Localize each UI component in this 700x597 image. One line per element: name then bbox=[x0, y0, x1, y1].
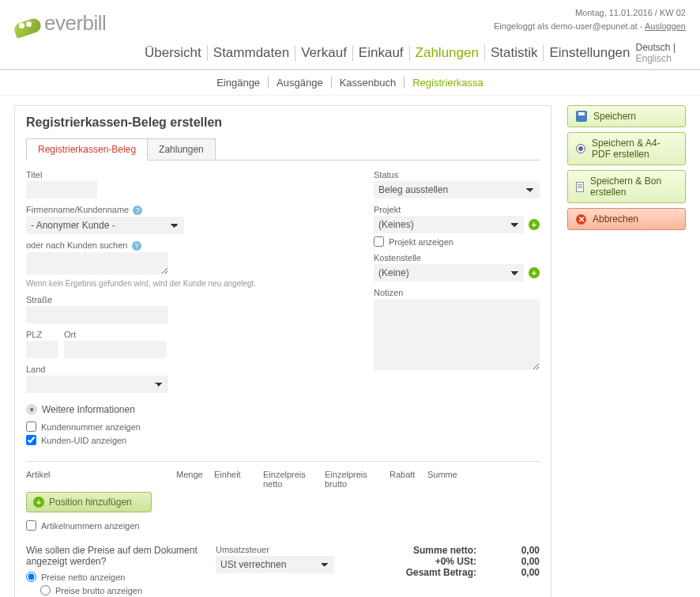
ort-input[interactable] bbox=[64, 341, 167, 358]
titel-label: Titel bbox=[26, 170, 342, 179]
tax-select[interactable]: USt verrechnen bbox=[216, 556, 334, 573]
street-input[interactable] bbox=[26, 306, 168, 323]
subnav-kassenbuch[interactable]: Kassenbuch bbox=[332, 77, 405, 89]
right-column: Status Beleg ausstellen Projekt (Keines)… bbox=[374, 170, 540, 448]
kosten-label: Kostenstelle bbox=[374, 253, 540, 263]
nav-stammdaten[interactable]: Stammdaten bbox=[208, 45, 295, 61]
gesamt-label: Gesamt Betrag: bbox=[358, 567, 476, 578]
form-tabs: Registrierkassen-Beleg Zahlungen bbox=[26, 138, 540, 160]
notizen-label: Notizen bbox=[374, 288, 540, 297]
document-icon bbox=[576, 182, 584, 192]
col-rabatt: Rabatt bbox=[390, 470, 427, 489]
titel-input[interactable] bbox=[26, 181, 97, 198]
col-ep-netto: Einzelpreis netto bbox=[263, 470, 325, 489]
col-summe: Summe bbox=[427, 470, 475, 489]
status-select[interactable]: Beleg ausstellen bbox=[374, 181, 540, 198]
date-line: Montag, 11.01.2016 / KW 02 bbox=[494, 6, 686, 20]
notizen-textarea[interactable] bbox=[374, 299, 540, 370]
save-bon-button[interactable]: Speichern & Bon erstellen bbox=[567, 170, 686, 203]
main-nav: Übersicht Stammdaten Verkauf Einkauf Zah… bbox=[0, 37, 700, 70]
netto-label: Summe netto: bbox=[358, 545, 476, 556]
form-card: Registrierkassen-Beleg erstellen Registr… bbox=[14, 105, 551, 597]
login-user: demo-user@epunet.at bbox=[551, 21, 638, 31]
nav-zahlungen[interactable]: Zahlungen bbox=[410, 45, 485, 61]
cancel-icon: ✕ bbox=[576, 214, 586, 225]
col-artikel: Artikel bbox=[26, 470, 176, 489]
plus-icon: + bbox=[33, 497, 44, 508]
chk-projekt-anzeigen[interactable]: Projekt anzeigen bbox=[374, 236, 540, 247]
lang-en[interactable]: Englisch bbox=[636, 53, 672, 64]
price-display-group: Wie sollen die Preise auf dem Dokument a… bbox=[26, 545, 200, 597]
search-label: oder nach Kunden suchen ? bbox=[26, 240, 342, 251]
cancel-button[interactable]: ✕ Abbrechen bbox=[567, 208, 686, 230]
status-label: Status bbox=[374, 170, 540, 179]
brand-name: everbill bbox=[44, 11, 106, 36]
save-pdf-button[interactable]: Speichern & A4-PDF erstellen bbox=[567, 132, 686, 165]
help-icon[interactable]: ? bbox=[133, 206, 142, 215]
nav-einkauf[interactable]: Einkauf bbox=[353, 45, 410, 61]
chevron-down-icon: ▾ bbox=[26, 404, 37, 415]
subnav-ausgaenge[interactable]: Ausgänge bbox=[269, 77, 332, 89]
nav-einstellungen[interactable]: Einstellungen bbox=[544, 45, 635, 61]
ust-label: +0% USt: bbox=[358, 556, 476, 567]
nav-uebersicht[interactable]: Übersicht bbox=[139, 45, 208, 61]
eye-icon bbox=[576, 144, 585, 153]
subnav-eingaenge[interactable]: Eingänge bbox=[209, 77, 269, 89]
tab-zahlungen[interactable]: Zahlungen bbox=[148, 138, 216, 161]
save-icon bbox=[576, 111, 587, 122]
save-button[interactable]: Speichern bbox=[567, 105, 686, 127]
tab-beleg[interactable]: Registrierkassen-Beleg bbox=[26, 138, 148, 161]
lang-de[interactable]: Deutsch bbox=[636, 42, 671, 53]
more-info-toggle[interactable]: ▾ Weitere Informationen bbox=[26, 404, 342, 415]
firm-select[interactable]: - Anonymer Kunde - bbox=[26, 217, 184, 234]
left-column: Titel Firmenname/Kundenname ? - Anonymer… bbox=[26, 170, 342, 448]
logo[interactable]: everbill bbox=[14, 11, 106, 36]
radio-netto[interactable]: Preise netto anzeigen bbox=[26, 572, 200, 582]
help-icon[interactable]: ? bbox=[132, 241, 141, 251]
price-question: Wie sollen die Preise auf dem Dokument a… bbox=[26, 545, 200, 567]
projekt-label: Projekt bbox=[374, 205, 540, 214]
plz-label: PLZ bbox=[26, 330, 58, 339]
col-menge: Menge bbox=[176, 470, 214, 489]
col-einheit: Einheit bbox=[214, 470, 252, 489]
ort-label: Ort bbox=[64, 330, 167, 339]
subnav-registrierkassa[interactable]: Registrierkassa bbox=[405, 77, 491, 89]
plz-input[interactable] bbox=[26, 341, 58, 358]
search-note: Wenn kein Ergebnis gefunden wird, wird d… bbox=[26, 278, 342, 289]
gesamt-value: 0,00 bbox=[500, 567, 540, 578]
tax-label: Umsatzsteuer bbox=[216, 545, 342, 554]
nav-verkauf[interactable]: Verkauf bbox=[295, 45, 353, 61]
chk-kundennummer[interactable]: Kundennummer anzeigen bbox=[26, 421, 342, 432]
totals-block: Summe netto: 0,00 +0% USt: 0,00 Gesamt B… bbox=[358, 545, 540, 597]
logout-link[interactable]: Ausloggen bbox=[645, 21, 686, 31]
land-select[interactable] bbox=[26, 376, 168, 393]
netto-value: 0,00 bbox=[500, 545, 540, 556]
add-projekt-icon[interactable]: + bbox=[529, 219, 540, 230]
article-header-row: Artikel Menge Einheit Einzelpreis netto … bbox=[26, 470, 540, 489]
login-prefix: Eingeloggt als bbox=[494, 21, 551, 31]
ust-value: 0,00 bbox=[500, 556, 540, 567]
page-title: Registrierkassen-Beleg erstellen bbox=[15, 106, 551, 138]
customer-search-input[interactable] bbox=[26, 252, 168, 274]
street-label: Straße bbox=[26, 295, 342, 304]
projekt-select[interactable]: (Keines) bbox=[374, 216, 524, 233]
add-position-button[interactable]: + Position hinzufügen bbox=[26, 492, 152, 512]
chk-kunden-uid[interactable]: Kunden-UID anzeigen bbox=[26, 435, 342, 445]
add-kostenstelle-icon[interactable]: + bbox=[529, 267, 540, 278]
app-header: everbill Montag, 11.01.2016 / KW 02 Eing… bbox=[0, 0, 700, 36]
sub-nav: Eingänge Ausgänge Kassenbuch Registrierk… bbox=[0, 70, 700, 96]
radio-brutto[interactable]: Preise brutto anzeigen bbox=[40, 585, 200, 595]
logo-icon bbox=[14, 13, 41, 35]
land-label: Land bbox=[26, 365, 342, 374]
header-meta: Montag, 11.01.2016 / KW 02 Eingeloggt al… bbox=[494, 6, 686, 32]
kostenstelle-select[interactable]: (Keine) bbox=[374, 264, 524, 281]
action-sidebar: Speichern Speichern & A4-PDF erstellen S… bbox=[567, 105, 686, 230]
nav-statistik[interactable]: Statistik bbox=[485, 45, 544, 61]
language-switch: Deutsch | Englisch bbox=[636, 42, 686, 64]
col-ep-brutto: Einzelpreis brutto bbox=[325, 470, 390, 489]
chk-artikelnummern[interactable]: Artikelnummern anzeigen bbox=[26, 520, 540, 531]
firm-label: Firmenname/Kundenname ? bbox=[26, 205, 342, 215]
